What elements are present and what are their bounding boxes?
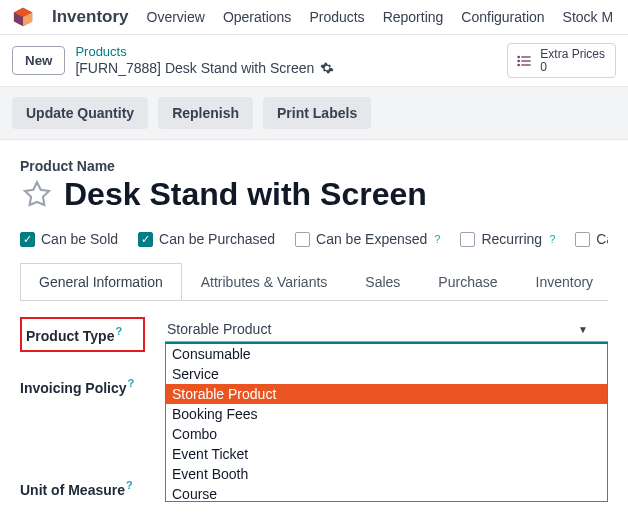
product-form: Product Name Desk Stand with Screen Can … (0, 140, 628, 497)
tab-attributes-variants[interactable]: Attributes & Variants (182, 263, 347, 300)
replenish-button[interactable]: Replenish (158, 97, 253, 129)
breadcrumb-title: [FURN_7888] Desk Stand with Screen (75, 60, 334, 77)
help-icon[interactable]: ? (128, 377, 135, 389)
nav-configuration[interactable]: Configuration (461, 9, 544, 25)
field-product-type: Product Type? Storable Product ▼ Consuma… (20, 317, 608, 352)
svg-rect-8 (522, 64, 531, 65)
check-row: Can be Sold Can be Purchased Can be Expe… (20, 231, 608, 247)
option-service[interactable]: Service (166, 364, 607, 384)
nav-stock[interactable]: Stock M (563, 9, 614, 25)
check-label: Can be Expensed (316, 231, 427, 247)
checkbox-icon (460, 232, 475, 247)
check-can-be-sold[interactable]: Can be Sold (20, 231, 118, 247)
tab-sales[interactable]: Sales (346, 263, 419, 300)
check-label: Can be Purchased (159, 231, 275, 247)
breadcrumb-title-text: [FURN_7888] Desk Stand with Screen (75, 60, 314, 77)
svg-point-7 (518, 63, 521, 66)
check-label: Recurring (481, 231, 542, 247)
breadcrumb-bar: New Products [FURN_7888] Desk Stand with… (0, 35, 628, 86)
breadcrumb: Products [FURN_7888] Desk Stand with Scr… (75, 44, 334, 76)
check-can-be-purchased[interactable]: Can be Purchased (138, 231, 275, 247)
product-type-select[interactable]: Storable Product ▼ Consumable Service St… (165, 317, 608, 342)
chevron-down-icon: ▼ (578, 324, 588, 335)
app-logo-icon (12, 6, 34, 28)
check-can-be-tail[interactable]: Can be (575, 231, 608, 247)
product-type-label: Product Type? (20, 317, 145, 352)
help-icon[interactable]: ? (126, 479, 133, 491)
help-icon[interactable]: ? (115, 325, 122, 337)
action-bar: Update Quantity Replenish Print Labels (0, 86, 628, 140)
option-event-booth[interactable]: Event Booth (166, 464, 607, 484)
extra-prices-count: 0 (540, 61, 605, 74)
product-type-dropdown: Consumable Service Storable Product Book… (165, 342, 608, 502)
check-recurring[interactable]: Recurring? (460, 231, 555, 247)
option-course[interactable]: Course (166, 484, 607, 502)
checkbox-icon (295, 232, 310, 247)
breadcrumb-parent[interactable]: Products (75, 44, 334, 60)
tab-purchase[interactable]: Purchase (419, 263, 516, 300)
checkbox-icon (20, 232, 35, 247)
checkbox-icon (138, 232, 153, 247)
list-icon (516, 53, 532, 69)
option-combo[interactable]: Combo (166, 424, 607, 444)
product-name-label: Product Name (20, 158, 608, 174)
app-name[interactable]: Inventory (52, 7, 129, 27)
invoicing-policy-label: Invoicing Policy? (20, 374, 145, 396)
option-consumable[interactable]: Consumable (166, 344, 607, 364)
option-storable-product[interactable]: Storable Product (166, 384, 607, 404)
check-label: Can be (596, 231, 608, 247)
help-icon[interactable]: ? (549, 233, 555, 245)
product-type-value: Storable Product (167, 321, 271, 337)
general-info-fields: Product Type? Storable Product ▼ Consuma… (20, 301, 608, 497)
print-labels-button[interactable]: Print Labels (263, 97, 371, 129)
svg-rect-4 (522, 56, 531, 57)
option-booking-fees[interactable]: Booking Fees (166, 404, 607, 424)
nav-overview[interactable]: Overview (147, 9, 205, 25)
help-icon[interactable]: ? (434, 233, 440, 245)
product-title[interactable]: Desk Stand with Screen (64, 176, 427, 213)
top-nav: Inventory Overview Operations Products R… (0, 0, 628, 35)
extra-prices-label: Extra Prices (540, 48, 605, 61)
unit-of-measure-label: Unit of Measure? (20, 476, 145, 498)
tab-general-information[interactable]: General Information (20, 263, 182, 301)
svg-point-5 (518, 59, 521, 62)
svg-rect-6 (522, 60, 531, 61)
check-label: Can be Sold (41, 231, 118, 247)
favorite-star-icon[interactable] (20, 178, 54, 212)
extra-prices-button[interactable]: Extra Prices 0 (507, 43, 616, 78)
new-button[interactable]: New (12, 46, 65, 75)
gear-icon[interactable] (320, 61, 334, 75)
nav-products[interactable]: Products (309, 9, 364, 25)
checkbox-icon (575, 232, 590, 247)
tabs: General Information Attributes & Variant… (20, 263, 608, 301)
tab-inventory[interactable]: Inventory (517, 263, 609, 300)
nav-operations[interactable]: Operations (223, 9, 291, 25)
check-can-be-expensed[interactable]: Can be Expensed? (295, 231, 440, 247)
svg-point-3 (518, 55, 521, 58)
option-event-ticket[interactable]: Event Ticket (166, 444, 607, 464)
update-quantity-button[interactable]: Update Quantity (12, 97, 148, 129)
nav-reporting[interactable]: Reporting (383, 9, 444, 25)
